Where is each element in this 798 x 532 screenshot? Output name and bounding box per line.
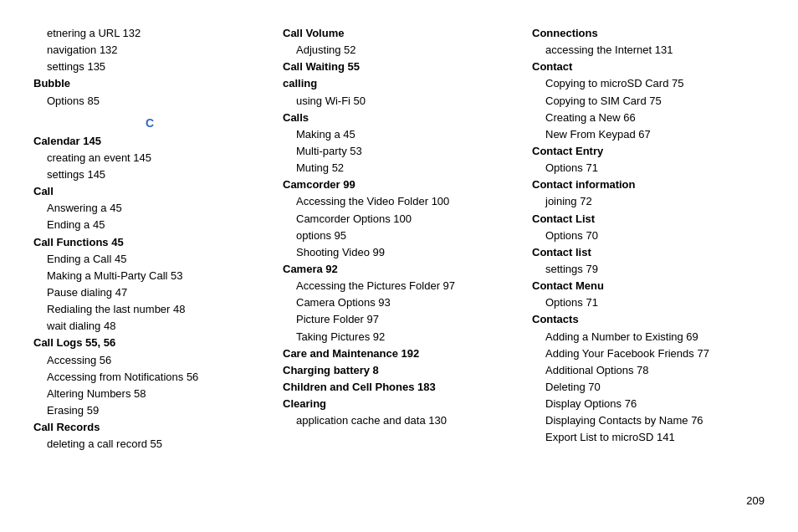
entry-indent-label: Copying to SIM Card 75	[532, 93, 765, 110]
entry-indent-label: Export List to microSD 141	[532, 429, 765, 446]
entry-bold-label: Contacts	[532, 313, 579, 325]
entry-bold-label: Call Records	[33, 421, 100, 433]
entry-bold-label: Calendar 145	[33, 135, 101, 147]
entry-indent-label: Ending a 45	[33, 217, 266, 233]
list-item: Contact list	[532, 244, 765, 261]
entry-indent-label: Ending a Call 45	[33, 251, 266, 268]
entry-bold-label: Connections	[532, 27, 598, 39]
entry-indent-label: Accessing from Notifications 56	[33, 369, 266, 386]
list-item: Contact List	[532, 211, 765, 228]
entry-indent-label: Options 71	[532, 160, 765, 176]
entry-bold-label: Care and Maintenance 192	[283, 347, 419, 360]
entry-indent-label: navigation 132	[33, 42, 266, 59]
entry-indent-label: Altering Numbers 58	[33, 386, 266, 402]
entry-bold-label: Contact list	[532, 246, 591, 258]
entry-indent-label: Additional Options 78	[532, 362, 765, 379]
entry-bold-label: Contact Menu	[532, 279, 604, 292]
entry-bold-label: Contact information	[532, 178, 636, 191]
entry-indent-label: Pause dialing 47	[33, 284, 266, 301]
list-item: Care and Maintenance 192	[283, 345, 515, 362]
list-item: Charging battery 8	[283, 362, 515, 379]
entry-bold-label: Call Volume	[283, 27, 344, 39]
column-2: Connectionsaccessing the Internet 131Con…	[532, 25, 765, 488]
entry-bold-label: Call	[33, 185, 54, 197]
entry-indent-label: etnering a URL 132	[33, 25, 266, 42]
entry-bold-label: Camera 92	[283, 263, 338, 275]
list-item: Calendar 145	[33, 133, 266, 150]
page-number: 209	[33, 494, 765, 507]
entry-bold-label: Clearing	[283, 397, 326, 410]
list-item: Bubble	[33, 75, 266, 92]
entry-indent-label: options 95	[283, 228, 515, 244]
list-item: Call Records	[33, 419, 266, 436]
entry-indent-label: Creating a New 66	[532, 110, 765, 126]
list-item: Camcorder 99	[283, 176, 515, 193]
entry-indent-label: Options 71	[532, 294, 765, 311]
entry-indent-label: Adding a Number to Existing 69	[532, 329, 765, 345]
list-item: C	[33, 116, 266, 130]
list-item: calling	[283, 75, 515, 92]
entry-indent-label: Options 70	[532, 228, 765, 244]
entry-bold-label: Contact	[532, 60, 572, 73]
entry-indent-label: Shooting Video 99	[283, 244, 515, 261]
entry-indent-label: settings 135	[33, 59, 266, 75]
list-item: Children and Cell Phones 183	[283, 379, 515, 396]
entry-bold-label: Contact Entry	[532, 145, 603, 157]
entry-bold-label: Children and Cell Phones 183	[283, 381, 436, 393]
entry-indent-label: Answering a 45	[33, 200, 266, 217]
entry-indent-label: settings 79	[532, 261, 765, 278]
content-columns: etnering a URL 132navigation 132settings…	[33, 25, 765, 488]
entry-bold-label: Calls	[283, 111, 309, 124]
entry-indent-label: Making a 45	[283, 126, 515, 143]
entry-bold-label: Contact List	[532, 212, 595, 225]
entry-indent-label: Display Options 76	[532, 396, 765, 412]
entry-indent-label: Accessing the Video Folder 100	[283, 193, 515, 210]
entry-bold-label: calling	[283, 77, 317, 90]
entry-bold-label: Call Waiting 55	[283, 60, 360, 73]
entry-indent-label: Copying to microSD Card 75	[532, 75, 765, 92]
list-item: Contact	[532, 59, 765, 75]
list-item: Contact Entry	[532, 143, 765, 160]
list-item: Call Functions 45	[33, 234, 266, 251]
entry-bold-label: Bubble	[33, 77, 70, 90]
entry-indent-label: Camcorder Options 100	[283, 211, 515, 228]
entry-indent-label: deleting a call record 55	[33, 436, 266, 453]
entry-indent-label: creating an event 145	[33, 150, 266, 166]
list-item: Call Logs 55, 56	[33, 335, 266, 351]
entry-indent-label: joining 72	[532, 193, 765, 210]
list-item: Call Waiting 55	[283, 59, 515, 75]
entry-indent-label: settings 145	[33, 166, 266, 183]
entry-indent-label: Taking Pictures 92	[283, 329, 515, 345]
list-item: Call Volume	[283, 25, 515, 42]
list-item: Clearing	[283, 396, 515, 412]
entry-indent-label: Accessing 56	[33, 352, 266, 369]
entry-indent-label: Multi-party 53	[283, 143, 515, 160]
entry-indent-label: Accessing the Pictures Folder 97	[283, 278, 515, 294]
entry-indent-label: Deleting 70	[532, 379, 765, 396]
entry-indent-label: application cache and data 130	[283, 412, 515, 429]
list-item: Camera 92	[283, 261, 515, 278]
entry-indent-label: Adjusting 52	[283, 42, 515, 59]
page: etnering a URL 132navigation 132settings…	[0, 0, 798, 532]
list-item: Call	[33, 183, 266, 200]
entry-bold-label: Call Logs 55, 56	[33, 336, 115, 349]
entry-indent-label: accessing the Internet 131	[532, 42, 765, 59]
column-0: etnering a URL 132navigation 132settings…	[33, 25, 283, 488]
entry-indent-label: wait dialing 48	[33, 318, 266, 335]
entry-indent-label: Options 85	[33, 93, 266, 110]
column-1: Call VolumeAdjusting 52Call Waiting 55ca…	[283, 25, 532, 488]
entry-bold-label: Camcorder 99	[283, 178, 356, 191]
list-item: Contacts	[532, 311, 765, 328]
entry-indent-label: New From Keypad 67	[532, 126, 765, 143]
entry-indent-label: Picture Folder 97	[283, 311, 515, 328]
list-item: Contact Menu	[532, 278, 765, 294]
entry-indent-label: Muting 52	[283, 160, 515, 176]
entry-indent-label: Making a Multi-Party Call 53	[33, 268, 266, 284]
entry-indent-label: Camera Options 93	[283, 294, 515, 311]
entry-indent-label: Erasing 59	[33, 402, 266, 419]
entry-indent-label: Adding Your Facebook Friends 77	[532, 345, 765, 362]
entry-indent-label: Redialing the last number 48	[33, 301, 266, 318]
entry-bold-label: Call Functions 45	[33, 236, 124, 248]
entry-indent-label: using Wi-Fi 50	[283, 93, 515, 110]
entry-bold-label: Charging battery 8	[283, 364, 379, 376]
